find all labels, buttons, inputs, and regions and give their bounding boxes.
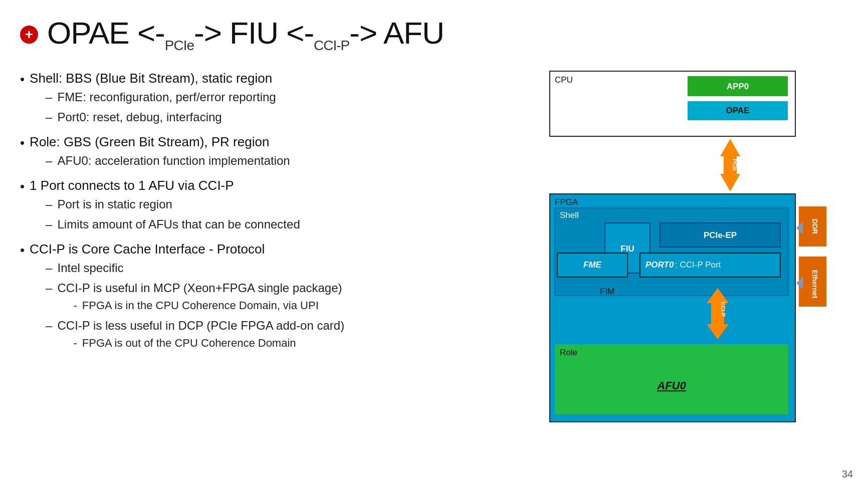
sub-text: CCI-P is less useful in DCP (PCIe FPGA a… [57,319,344,332]
list-item: Port is in static region [46,195,300,213]
svg-rect-4 [555,208,788,296]
ccip-text: CCI-P [720,302,726,317]
pcie-text: PCIe [732,159,738,171]
bullet-text: CCI-P is Core Cache Interface - Protocol [30,241,265,257]
role-label: Role [560,348,577,357]
app0-label: APP0 [727,82,749,91]
list-item: FME: reconfiguration, perf/error reporti… [46,88,276,106]
pcie-arrow-down [720,174,740,191]
pcie-arrow-up [720,139,740,156]
list-item: FPGA is in the CPU Coherence Domain, via… [73,297,342,314]
bullet-dot: • [20,133,25,153]
fpga-label: FPGA [555,197,578,207]
bullet-list: • Shell: BBS (Blue Bit Stream), static r… [20,69,522,354]
left-panel: • Shell: BBS (Blue Bit Stream), static r… [20,69,527,473]
slide-title: OPAE <-PCIe-> FIU <-CCI-P-> AFU [47,15,444,54]
red-circle-icon: + [20,26,38,44]
sub-text: Intel specific [57,259,123,277]
port0-label: PORT0 [645,260,674,270]
port0-sub: : CCI-P Port [675,260,721,270]
sub-text: Limits amount of AFUs that can be connec… [57,215,300,233]
slide: + OPAE <-PCIe-> FIU <-CCI-P-> AFU • Shel… [0,0,868,488]
fiu-label: FIU [620,244,634,254]
fme-label: FME [583,260,602,270]
list-item: Port0: reset, debug, interfacing [46,108,276,126]
bullet-dot: • [20,240,25,260]
content-area: • Shell: BBS (Blue Bit Stream), static r… [20,69,848,473]
diagram-container: CPU APP0 OPAE PCIe [547,69,833,419]
right-panel: CPU APP0 OPAE PCIe [547,69,848,473]
architecture-diagram: CPU APP0 OPAE PCIe [547,69,833,429]
sub-sub-text: FPGA is in the CPU Coherence Domain, via… [82,297,319,314]
list-item: • CCI-P is Core Cache Interface - Protoc… [20,239,522,354]
list-item: • Shell: BBS (Blue Bit Stream), static r… [20,69,522,128]
list-item: Intel specific [46,259,344,277]
bullet-dot: • [20,70,25,89]
list-item: CCI-P is useful in MCP (Xeon+FPGA single… [46,279,344,315]
bullet-text: Role: GBS (Green Bit Stream), PR region [30,134,269,149]
sub-text: Port0: reset, debug, interfacing [57,108,222,126]
list-item: Limits amount of AFUs that can be connec… [46,215,300,233]
afu0-label: AFU0 [657,379,686,392]
page-number: 34 [842,468,853,480]
fim-label: FIM [600,287,614,296]
opae-label: OPAE [726,106,750,115]
list-item: • 1 Port connects to 1 AFU via CCI-P Por… [20,176,522,235]
sub-text: Port is in static region [57,195,172,213]
sub-text: AFU0: acceleration function implementati… [57,152,290,170]
sub-text: FME: reconfiguration, perf/error reporti… [57,88,276,106]
sub-sub-text: FPGA is out of the CPU Coherence Domain [82,335,296,351]
list-item: FPGA is out of the CPU Coherence Domain [73,335,344,351]
list-item: AFU0: acceleration function implementati… [46,152,290,170]
bullet-text: 1 Port connects to 1 AFU via CCI-P [30,178,234,193]
bullet-dot: • [20,177,25,196]
list-item: • Role: GBS (Green Bit Stream), PR regio… [20,132,522,172]
sub-text: CCI-P is useful in MCP (Xeon+FPGA single… [57,281,342,295]
ddr-label: DDR [811,219,819,234]
ethernet-label: Ethernet [811,270,819,299]
pcie-ep-label: PCIe-EP [704,230,737,240]
title-row: + OPAE <-PCIe-> FIU <-CCI-P-> AFU [20,15,848,54]
bullet-text: Shell: BBS (Blue Bit Stream), static reg… [30,71,272,86]
list-item: CCI-P is less useful in DCP (PCIe FPGA a… [46,317,344,352]
shell-label: Shell [560,210,579,220]
cpu-label: CPU [555,75,573,85]
